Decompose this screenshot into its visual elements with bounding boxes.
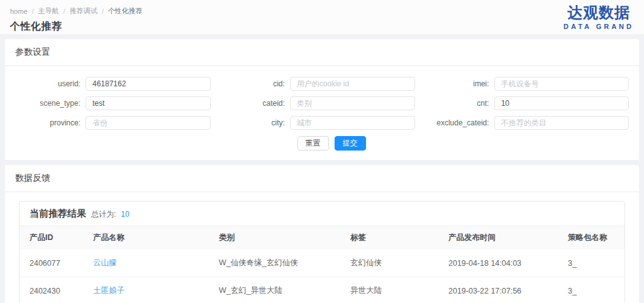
cell-publish-time: 2019-04-18 14:04:03 (438, 249, 558, 277)
table-header-row: 产品ID 产品名称 类别 标签 产品发布时间 策略包名称 (19, 226, 625, 249)
result-total-value: 10 (121, 210, 129, 219)
top-header: home / 主导航 / 推荐调试 / 个性化推荐 个性化推荐 达观数据 DAT… (0, 0, 644, 34)
submit-button[interactable]: 提交 (335, 136, 366, 151)
field-city: city: (219, 116, 415, 130)
params-form: userid: cid: imei: scene_type: cateid: c… (5, 66, 639, 160)
breadcrumb-item-home[interactable]: home (10, 8, 28, 15)
feedback-card-title: 数据反馈 (5, 165, 639, 192)
col-publish-time: 产品发布时间 (438, 226, 558, 249)
breadcrumb: home / 主导航 / 推荐调试 / 个性化推荐 (10, 6, 634, 16)
field-userid: userid: (15, 77, 211, 91)
result-total-label: 总计为: (91, 209, 116, 220)
cell-publish-time: 2019-03-22 17:07:56 (438, 277, 558, 303)
field-province: province: (15, 116, 211, 130)
scene-type-label: scene_type: (15, 99, 86, 108)
cateid-label: cateid: (219, 99, 290, 108)
breadcrumb-separator: / (32, 8, 34, 15)
scene-type-input[interactable] (86, 96, 211, 110)
field-exclude-cateid: exclude_cateid: (424, 116, 629, 130)
field-cid: cid: (219, 77, 415, 91)
table-row: 2402430 土匪娘子 W_玄幻_异世大陆 异世大陆 2019-03-22 1… (19, 277, 625, 303)
results-table: 产品ID 产品名称 类别 标签 产品发布时间 策略包名称 2406077 云山朦… (19, 226, 625, 303)
userid-input[interactable] (86, 77, 211, 91)
field-cateid: cateid: (219, 96, 415, 110)
reset-button[interactable]: 重置 (297, 136, 329, 151)
exclude-cateid-input[interactable] (494, 116, 629, 130)
field-scene-type: scene_type: (15, 96, 211, 110)
breadcrumb-separator: / (64, 8, 65, 15)
cell-category: W_仙侠奇缘_玄幻仙侠 (209, 249, 340, 277)
cell-product-id: 2402430 (19, 277, 83, 303)
params-card: 参数设置 userid: cid: imei: scene_type: cate… (5, 39, 639, 160)
page-title: 个性化推荐 (10, 20, 634, 33)
imei-input[interactable] (494, 77, 629, 91)
cell-tag: 异世大陆 (340, 277, 438, 303)
cnt-input[interactable] (494, 96, 629, 110)
col-tag: 标签 (340, 226, 438, 249)
feedback-card: 数据反馈 当前推荐结果 总计为: 10 产品ID 产品名称 类别 标签 (5, 165, 639, 303)
result-panel-title: 当前推荐结果 (30, 208, 86, 220)
cell-tag: 玄幻仙侠 (340, 249, 438, 277)
cell-strategy-package: 3_ (558, 249, 625, 277)
breadcrumb-item-current: 个性化推荐 (108, 6, 143, 16)
cnt-label: cnt: (424, 99, 494, 108)
cell-product-name-link[interactable]: 土匪娘子 (83, 277, 209, 303)
params-card-title: 参数设置 (5, 39, 639, 66)
city-input[interactable] (290, 116, 415, 130)
col-category: 类别 (209, 226, 340, 249)
result-panel: 当前推荐结果 总计为: 10 产品ID 产品名称 类别 标签 产品发布时间 (19, 201, 625, 303)
breadcrumb-separator: / (102, 8, 104, 15)
cid-input[interactable] (290, 77, 415, 91)
cell-strategy-package: 3_ (558, 277, 625, 303)
cell-category: W_玄幻_异世大陆 (209, 277, 340, 303)
breadcrumb-item-recommend-debug[interactable]: 推荐调试 (70, 6, 97, 16)
cateid-input[interactable] (290, 96, 415, 110)
table-row: 2406077 云山朦 W_仙侠奇缘_玄幻仙侠 玄幻仙侠 2019-04-18 … (19, 249, 625, 277)
field-imei: imei: (424, 77, 629, 91)
province-input[interactable] (86, 116, 211, 130)
form-actions: 重置 提交 (15, 136, 629, 151)
breadcrumb-item-main-nav[interactable]: 主导航 (38, 6, 59, 16)
imei-label: imei: (424, 79, 494, 88)
col-product-name: 产品名称 (83, 226, 209, 249)
exclude-cateid-label: exclude_cateid: (424, 118, 494, 127)
cell-product-name-link[interactable]: 云山朦 (83, 249, 209, 277)
col-strategy-package: 策略包名称 (558, 226, 625, 249)
cid-label: cid: (219, 79, 290, 88)
brand-logo-chinese: 达观数据 (564, 4, 634, 21)
col-product-id: 产品ID (19, 226, 83, 249)
brand-logo-english: DATA GRAND (564, 23, 634, 30)
field-cnt: cnt: (424, 96, 629, 110)
result-panel-header: 当前推荐结果 总计为: 10 (19, 202, 625, 226)
userid-label: userid: (15, 79, 86, 88)
brand-logo: 达观数据 DATA GRAND (564, 4, 634, 30)
province-label: province: (15, 118, 86, 127)
cell-product-id: 2406077 (19, 249, 83, 277)
city-label: city: (219, 118, 290, 127)
